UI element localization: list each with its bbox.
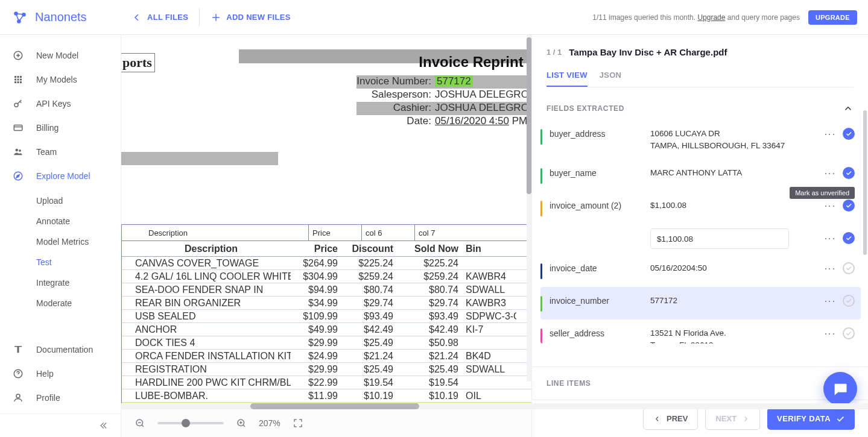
sidebar-item-documentation[interactable]: Documentation xyxy=(0,338,121,362)
sidebar-sub-annotate[interactable]: Annotate xyxy=(36,211,121,231)
svg-point-19 xyxy=(16,394,20,398)
field-menu-button[interactable]: ⋮ xyxy=(826,129,834,139)
next-label: NEXT xyxy=(715,414,737,423)
sidebar-collapse-button[interactable] xyxy=(0,413,121,437)
upgrade-button[interactable]: UPGRADE xyxy=(808,10,857,25)
zoom-slider[interactable] xyxy=(157,422,224,424)
scrollbar-thumb[interactable] xyxy=(527,37,531,194)
field-invoice-number[interactable]: invoice_number 577172 ⋮ xyxy=(540,287,861,319)
arrow-left-icon xyxy=(653,415,662,423)
scrollbar-thumb[interactable] xyxy=(250,403,419,409)
zoom-out-button[interactable] xyxy=(133,417,147,430)
next-button[interactable]: NEXT xyxy=(705,408,760,430)
zoom-in-button[interactable] xyxy=(235,417,248,430)
fields-extracted-header[interactable]: FIELDS EXTRACTED xyxy=(532,92,868,120)
sidebar-item-label: Profile xyxy=(36,393,60,403)
line-items-header[interactable]: LINE ITEMS xyxy=(532,366,868,400)
field-buyer-address[interactable]: buyer_address 10606 LUCAYA DR TAMPA, HIL… xyxy=(540,120,861,159)
sidebar-item-team[interactable]: Team xyxy=(0,140,121,164)
brand[interactable]: Nanonets xyxy=(0,10,121,25)
sidebar-item-help[interactable]: Help xyxy=(0,362,121,386)
sidebar-sub-moderate[interactable]: Moderate xyxy=(36,293,121,313)
field-seller-address[interactable]: seller_address 13521 N Florida Ave. Tamp… xyxy=(540,319,861,344)
invoice-row: CANVAS COVER_TOWAGE$264.99$225.24$225.24 xyxy=(122,257,531,270)
plus-circle-icon xyxy=(12,50,24,61)
sidebar-item-explore-model[interactable]: Explore Model xyxy=(0,164,121,188)
svg-point-16 xyxy=(19,149,21,152)
tab-json[interactable]: JSON xyxy=(600,71,622,87)
field-value-input[interactable] xyxy=(650,228,789,249)
invoice-row: ORCA FENDER INSTALLATION KIT$24.99$21.24… xyxy=(122,350,531,363)
sidebar-item-label: Team xyxy=(36,147,57,157)
upgrade-text-link[interactable]: Upgrade xyxy=(697,13,725,22)
invoice-row: SEA-DOO FENDER SNAP IN$94.99$80.74$80.74… xyxy=(122,283,531,297)
field-menu-button[interactable]: ⋮ xyxy=(826,263,834,274)
verify-toggle[interactable] xyxy=(843,128,855,140)
scrollbar-thumb[interactable] xyxy=(863,110,867,255)
book-icon xyxy=(12,344,24,355)
doc-horizontal-scrollbar[interactable] xyxy=(121,403,868,409)
field-value: 13521 N Florida Ave. Tampa, FL 33613 xyxy=(650,327,819,344)
verify-toggle[interactable] xyxy=(843,200,855,212)
chevrons-left-icon xyxy=(98,420,109,431)
sidebar-item-label: Help xyxy=(36,369,54,379)
invoice-row: ANCHOR$49.99$42.49$42.49KI-7 xyxy=(122,323,531,336)
sidebar-sub-integrate[interactable]: Integrate xyxy=(36,272,121,293)
field-key: buyer_name xyxy=(550,168,597,178)
extraction-panel: 1 / 1 Tampa Bay Inv Disc + AR Charge.pdf… xyxy=(531,35,868,437)
sidebar-sub-model-metrics[interactable]: Model Metrics xyxy=(36,231,121,252)
all-files-link[interactable]: ALL FILES xyxy=(121,6,199,29)
prev-button[interactable]: PREV xyxy=(643,408,698,430)
field-key: invoice_number xyxy=(550,296,609,306)
field-invoice-date[interactable]: invoice_date 05/16/20204:50 ⋮ xyxy=(540,254,861,287)
sidebar-sub-test[interactable]: Test xyxy=(36,252,121,272)
field-value: MARC ANTHONY LATTA xyxy=(650,167,819,179)
th-col6: col 6 xyxy=(362,225,415,241)
verify-toggle[interactable] xyxy=(843,295,855,307)
verify-toggle[interactable] xyxy=(843,167,855,179)
verify-toggle[interactable] xyxy=(843,262,855,274)
chevron-up-icon xyxy=(843,103,854,114)
chat-widget-button[interactable] xyxy=(823,372,857,406)
svg-rect-7 xyxy=(14,79,16,81)
field-menu-button[interactable]: ⋮ xyxy=(826,201,834,211)
color-bar xyxy=(540,168,542,184)
field-value: 10606 LUCAYA DR TAMPA, HILLSBOROUGH, FL … xyxy=(650,128,819,151)
key-icon xyxy=(12,98,24,109)
doc-vertical-scrollbar[interactable] xyxy=(527,35,531,382)
zoom-slider-knob[interactable] xyxy=(182,419,190,427)
color-bar xyxy=(540,129,542,145)
usage-text: 1/11 images queried this month. Upgrade … xyxy=(592,13,800,22)
sidebar-submenu: Upload Annotate Model Metrics Test Integ… xyxy=(0,188,121,313)
field-menu-button[interactable]: ⋮ xyxy=(826,329,834,339)
brand-name: Nanonets xyxy=(35,10,87,24)
verify-toggle[interactable] xyxy=(843,232,855,244)
tab-list-view[interactable]: LIST VIEW xyxy=(546,71,588,87)
add-new-files-button[interactable]: ADD NEW FILES xyxy=(200,6,301,29)
grid-icon xyxy=(12,74,24,85)
top-right: 1/11 images queried this month. Upgrade … xyxy=(592,10,868,25)
arrow-right-icon xyxy=(741,415,750,423)
sidebar-sub-upload[interactable]: Upload xyxy=(36,190,121,211)
sidebar-item-my-models[interactable]: My Models xyxy=(0,68,121,92)
field-menu-button[interactable]: ⋮ xyxy=(826,168,834,178)
field-invoice-amount-2[interactable]: ⋮ xyxy=(540,224,861,254)
panel-scrollbar[interactable] xyxy=(863,98,867,366)
help-icon xyxy=(12,368,24,379)
sidebar-item-billing[interactable]: Billing xyxy=(0,116,121,140)
sidebar-item-api-keys[interactable]: API Keys xyxy=(0,92,121,116)
svg-rect-8 xyxy=(17,79,19,81)
doc-grey-strip xyxy=(121,152,278,165)
fullscreen-button[interactable] xyxy=(291,417,305,430)
field-menu-button[interactable]: ⋮ xyxy=(826,296,834,306)
hdr-salesperson: Salesperson:JOSHUA DELEGRO xyxy=(121,89,531,102)
document-canvas[interactable]: ports Invoice Reprint Invoice Number:577… xyxy=(121,35,531,409)
sidebar-item-new-model[interactable]: New Model xyxy=(0,43,121,68)
add-new-files-label: ADD NEW FILES xyxy=(226,13,290,22)
field-invoice-amount[interactable]: invoice_amount (2) $1,100.08 ⋮ Mark as u… xyxy=(540,192,861,224)
invoice-row: DOCK TIES 4$29.99$25.49$50.98 xyxy=(122,336,531,350)
field-menu-button[interactable]: ⋮ xyxy=(826,233,834,244)
verify-toggle[interactable] xyxy=(843,327,855,339)
verify-data-button[interactable]: VERIFY DATA xyxy=(767,408,855,430)
sidebar-item-profile[interactable]: Profile xyxy=(0,386,121,410)
